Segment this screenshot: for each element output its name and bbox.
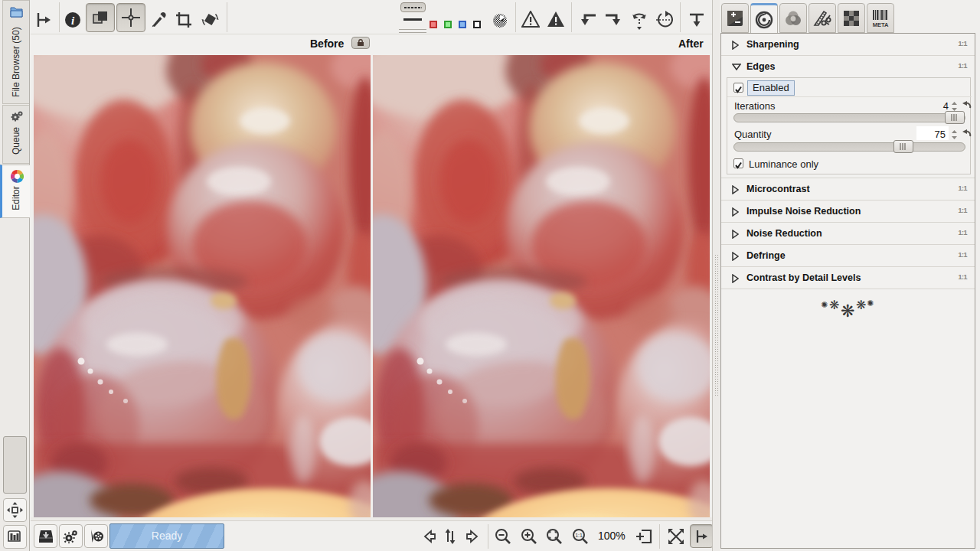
svg-text:1:1: 1:1 (575, 533, 583, 538)
svg-text:META: META (873, 21, 889, 28)
